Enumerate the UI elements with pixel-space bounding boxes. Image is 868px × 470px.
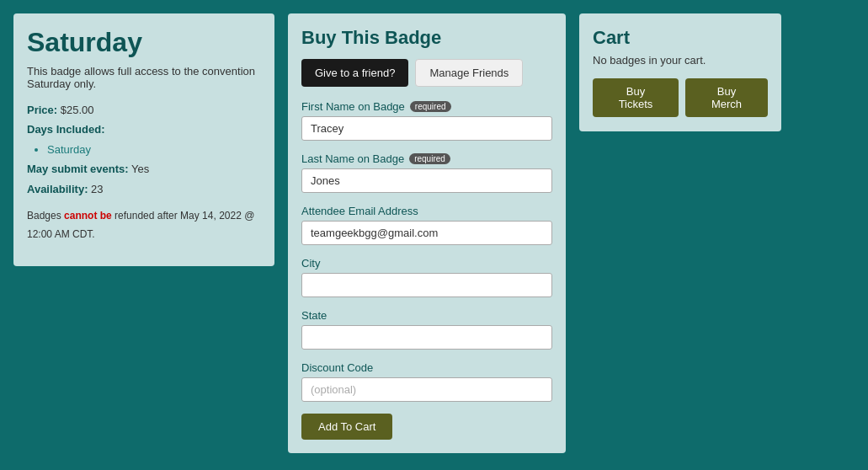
buy-tickets-button[interactable]: Buy Tickets: [593, 78, 679, 117]
cart-action-buttons: Buy Tickets Buy Merch: [593, 78, 768, 117]
middle-panel: Buy This Badge Give to a friend? Manage …: [288, 13, 566, 453]
email-label: Attendee Email Address: [301, 205, 552, 217]
last-name-group: Last Name on Badge required: [301, 152, 552, 193]
days-label: Days Included:: [27, 123, 104, 136]
first-name-group: First Name on Badge required: [301, 100, 552, 141]
right-panel: Cart No badges in your cart. Buy Tickets…: [579, 13, 781, 131]
action-buttons: Give to a friend? Manage Friends: [301, 59, 552, 87]
submit-events-label: May submit events:: [27, 163, 129, 175]
cart-empty-message: No badges in your cart.: [593, 54, 768, 67]
discount-label: Discount Code: [301, 361, 552, 374]
last-name-label: Last Name on Badge required: [301, 152, 552, 165]
last-name-required-badge: required: [409, 153, 450, 164]
badge-description: This badge allows full access to the con…: [27, 65, 261, 90]
cart-title: Cart: [593, 27, 768, 49]
availability-label: Availability:: [27, 183, 88, 195]
submit-events-value: Yes: [131, 163, 149, 175]
price-row: Price: $25.00: [27, 100, 261, 120]
first-name-label: First Name on Badge required: [301, 100, 552, 113]
add-to-cart-button[interactable]: Add To Cart: [301, 414, 392, 440]
left-panel: Saturday This badge allows full access t…: [13, 13, 274, 266]
manage-friends-button[interactable]: Manage Friends: [415, 59, 523, 87]
day-item: Saturday: [47, 140, 261, 159]
state-input[interactable]: [301, 325, 552, 350]
days-list: Saturday: [47, 140, 261, 159]
first-name-required-badge: required: [410, 101, 451, 112]
buy-badge-title: Buy This Badge: [301, 27, 552, 49]
email-input[interactable]: [301, 221, 552, 245]
refund-cannot: cannot be: [64, 210, 112, 222]
badge-info: Price: $25.00 Days Included: Saturday Ma…: [27, 100, 261, 243]
buy-merch-button[interactable]: Buy Merch: [685, 78, 768, 117]
badge-title: Saturday: [27, 27, 261, 58]
state-label: State: [301, 309, 552, 322]
first-name-input[interactable]: [301, 116, 552, 141]
days-row: Days Included: Saturday: [27, 120, 261, 159]
email-group: Attendee Email Address: [301, 205, 552, 245]
give-to-friend-button[interactable]: Give to a friend?: [301, 59, 408, 87]
discount-input[interactable]: [301, 377, 552, 402]
city-label: City: [301, 257, 552, 270]
last-name-input[interactable]: [301, 168, 552, 193]
availability-row: Availability: 23: [27, 179, 261, 199]
availability-value: 23: [91, 183, 103, 195]
submit-events-row: May submit events: Yes: [27, 159, 261, 179]
discount-group: Discount Code: [301, 361, 552, 402]
city-group: City: [301, 257, 552, 297]
state-group: State: [301, 309, 552, 350]
price-value: $25.00: [61, 104, 94, 116]
refund-prefix: Badges: [27, 210, 64, 222]
refund-note: Badges cannot be refunded after May 14, …: [27, 207, 261, 243]
price-label: Price:: [27, 104, 57, 116]
city-input[interactable]: [301, 273, 552, 297]
